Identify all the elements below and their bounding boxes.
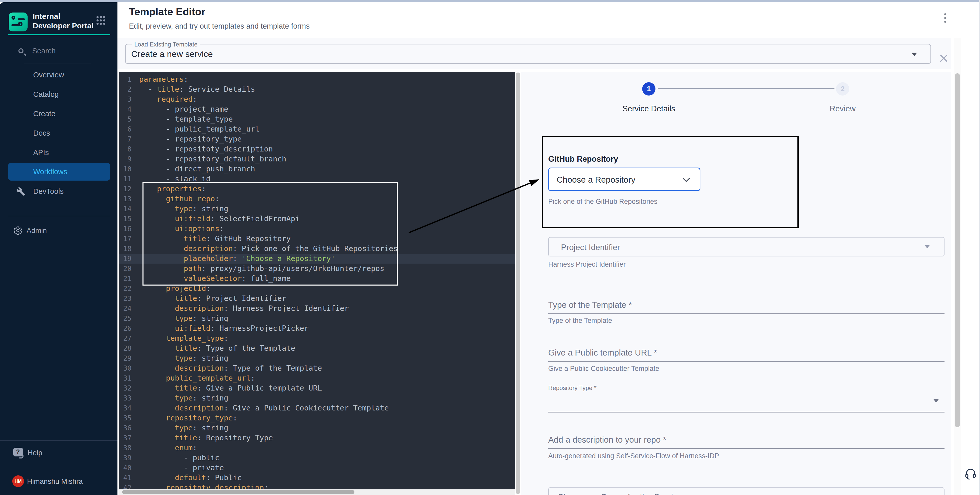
- line-number: 11: [119, 174, 132, 184]
- line-number: 31: [119, 373, 132, 383]
- code-line-29: 29 type: string: [119, 353, 515, 363]
- page-header: [118, 2, 980, 38]
- dropdown-caret-icon: [912, 53, 917, 56]
- line-number: 38: [119, 443, 132, 453]
- line-number: 16: [119, 224, 132, 234]
- code-text: title: Repository Type: [139, 433, 273, 442]
- search-input[interactable]: Search: [0, 45, 118, 59]
- load-template-label: Load Existing Template: [132, 41, 200, 48]
- code-text: - repositoty_description: [139, 145, 273, 153]
- code-text: - title: Service Details: [139, 85, 255, 94]
- code-line-5: 5 - template_type: [119, 114, 515, 124]
- portal-logo-icon: [9, 13, 27, 32]
- line-number: 32: [119, 383, 132, 393]
- code-text: required:: [139, 95, 197, 103]
- dropdown-caret-icon: [924, 245, 930, 248]
- user-menu[interactable]: HM Himanshu Mishra: [0, 474, 118, 489]
- code-text: template_type:: [139, 334, 228, 342]
- code-text: description: Harness Project Identifier: [139, 304, 349, 313]
- code-line-6: 6 - public_template_url: [119, 124, 515, 134]
- sidebar-item-admin[interactable]: Admin: [0, 223, 118, 238]
- code-line-9: 9 - repository_default_branch: [119, 154, 515, 164]
- repository-type-select[interactable]: [548, 412, 945, 412]
- code-text: type: string: [139, 354, 228, 363]
- support-headset-icon[interactable]: [964, 467, 977, 480]
- line-number: 2: [119, 84, 132, 94]
- line-number: 13: [119, 194, 132, 204]
- load-existing-template-select[interactable]: Load Existing Template Create a new serv…: [125, 44, 931, 64]
- close-icon[interactable]: [939, 54, 948, 63]
- sidebar-item-docs[interactable]: Docs: [0, 126, 118, 140]
- code-text: - repository_type: [139, 135, 242, 143]
- code-line-35: 35 repository_type:: [119, 413, 515, 423]
- code-line-2: 2 - title: Service Details: [119, 84, 515, 94]
- wrench-icon: [16, 187, 25, 196]
- sidebar-item-devtools[interactable]: DevTools: [0, 184, 118, 199]
- search-icon: [18, 48, 24, 53]
- page-vscroll-thumb[interactable]: [955, 73, 960, 427]
- line-number: 27: [119, 333, 132, 343]
- code-line-38: 38 enum:: [119, 443, 515, 453]
- editor-vertical-scrollbar[interactable]: [515, 72, 521, 495]
- line-number: 20: [119, 264, 132, 274]
- editor-hscroll-thumb[interactable]: [122, 490, 355, 494]
- code-line-23: 23 title: Project Identifier: [119, 293, 515, 304]
- code-text: parameters:: [139, 75, 188, 84]
- editor-vscroll-thumb[interactable]: [516, 73, 520, 494]
- load-template-value: Create a new service: [131, 49, 213, 59]
- code-line-1: 1parameters:: [119, 74, 515, 84]
- sidebar-item-overview[interactable]: Overview: [0, 68, 118, 82]
- line-number: 22: [119, 283, 132, 293]
- code-text: title: Give a Public template URL: [139, 384, 322, 392]
- code-line-10: 10 - direct_push_branch: [119, 164, 515, 174]
- code-text: - private: [139, 463, 224, 472]
- code-line-8: 8 - repositoty_description: [119, 144, 515, 154]
- line-number: 3: [119, 94, 132, 104]
- page-vertical-scrollbar[interactable]: [954, 38, 961, 495]
- help-chat-icon: [13, 448, 23, 457]
- editor-horizontal-scrollbar[interactable]: [119, 489, 515, 495]
- line-number: 28: [119, 343, 132, 353]
- avatar: HM: [12, 475, 24, 487]
- sidebar-bottom-divider: [0, 440, 118, 441]
- owner-select[interactable]: Choose an Owner for the Service: [548, 487, 945, 495]
- line-number: 37: [119, 433, 132, 443]
- code-line-3: 3 required:: [119, 94, 515, 104]
- sidebar-item-apis[interactable]: APIs: [0, 145, 118, 160]
- sidebar-item-catalog[interactable]: Catalog: [0, 87, 118, 102]
- template-url-input[interactable]: [548, 361, 945, 362]
- repository-type-field-label: Repository Type *: [548, 384, 597, 392]
- project-identifier-helper: Harness Project Identifier: [548, 261, 625, 269]
- code-line-40: 40 - private: [119, 463, 515, 473]
- template-type-field-label: Type of the Template *: [548, 300, 632, 310]
- code-text: - project_name: [139, 105, 228, 113]
- window-top-border: [0, 0, 980, 2]
- stepper-step-2[interactable]: 2: [836, 82, 849, 95]
- code-text: title: Project Identifier: [139, 294, 286, 303]
- sidebar-item-create[interactable]: Create: [0, 107, 118, 121]
- brand-divider: [8, 34, 110, 35]
- code-line-7: 7 - repository_type: [119, 134, 515, 144]
- code-line-26: 26 ui:field: HarnessProjectPicker: [119, 323, 515, 333]
- project-identifier-label: Project Identifier: [561, 243, 620, 252]
- line-number: 7: [119, 134, 132, 144]
- code-line-36: 36 type: string: [119, 423, 515, 433]
- apps-grid-icon[interactable]: [97, 16, 107, 26]
- code-line-37: 37 title: Repository Type: [119, 433, 515, 443]
- line-number: 15: [119, 214, 132, 224]
- repo-description-input[interactable]: [548, 448, 945, 449]
- template-type-input[interactable]: [548, 314, 945, 314]
- help-button[interactable]: Help: [0, 446, 118, 460]
- dropdown-caret-icon[interactable]: [933, 399, 939, 403]
- line-number: 24: [119, 304, 132, 314]
- stepper-step-1[interactable]: 1: [642, 82, 655, 95]
- line-number: 40: [119, 463, 132, 473]
- sidebar-item-workflows-selected[interactable]: Workflows: [8, 163, 110, 181]
- line-number: 21: [119, 274, 132, 283]
- line-number: 6: [119, 124, 132, 134]
- kebab-menu-icon[interactable]: [944, 13, 947, 24]
- line-number: 10: [119, 164, 132, 174]
- project-identifier-select[interactable]: Project Identifier: [548, 237, 945, 256]
- code-line-34: 34 description: Give a Public Cookiecutt…: [119, 403, 515, 413]
- repo-description-helper: Auto-generated using Self-Service-Flow o…: [548, 452, 719, 460]
